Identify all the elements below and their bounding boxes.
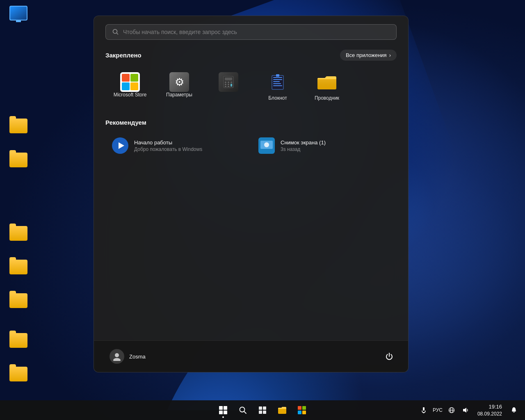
notepad-label: Блокнот xyxy=(268,95,287,101)
volume-tray-icon[interactable] xyxy=(459,404,472,416)
all-apps-button[interactable]: Все приложения › xyxy=(340,50,397,61)
chevron-right-icon: › xyxy=(389,52,391,58)
screenshot-icon xyxy=(258,137,275,154)
pinned-app-notepad[interactable]: Блокнот xyxy=(253,67,302,106)
svg-rect-14 xyxy=(273,79,282,80)
svg-rect-6 xyxy=(231,82,232,83)
svg-rect-3 xyxy=(225,78,232,80)
taskbar-store-icon xyxy=(298,406,306,414)
taskbar-search-button[interactable] xyxy=(234,401,252,419)
monitor-icon xyxy=(9,3,28,23)
taskbar-center xyxy=(214,401,311,419)
settings-label: Параметры xyxy=(166,92,192,98)
user-name-label: Zosma xyxy=(129,354,146,360)
screenshot-name: Снимок экрана (1) xyxy=(281,139,326,146)
widgets-icon xyxy=(258,406,267,415)
taskbar-files-button[interactable] xyxy=(273,401,291,419)
recommended-title: Рекомендуем xyxy=(105,119,146,126)
pinned-app-calculator[interactable] xyxy=(204,67,253,106)
taskbar-store-button[interactable] xyxy=(293,401,311,419)
poisk-icon xyxy=(9,257,28,277)
language-label: РУС xyxy=(433,407,443,413)
svg-rect-31 xyxy=(263,406,266,410)
svg-rect-32 xyxy=(259,411,262,414)
windows-privacy-icon xyxy=(9,364,28,384)
start-menu-content: Чтобы начать поиск, введите запрос здесь… xyxy=(94,16,408,340)
svg-point-36 xyxy=(423,412,424,413)
taskbar-search-icon xyxy=(239,406,247,414)
svg-rect-11 xyxy=(228,86,229,87)
recommended-section: Рекомендуем Начало работы Добро пожалова… xyxy=(105,119,397,332)
windows-logo-icon xyxy=(219,406,227,414)
start-menu-footer: Zosma xyxy=(94,340,408,372)
svg-marker-40 xyxy=(463,408,466,413)
power-button[interactable] xyxy=(382,349,397,364)
system-tray: РУС xyxy=(418,404,472,416)
getting-started-subtitle: Добро пожаловать в Windows xyxy=(134,146,202,152)
clock-area[interactable]: 19:16 08.09.2022 xyxy=(475,402,504,419)
language-tray[interactable]: РУС xyxy=(431,404,444,416)
svg-point-0 xyxy=(113,30,117,34)
getting-started-icon xyxy=(112,137,128,154)
activation-folder-icon xyxy=(9,116,28,136)
svg-rect-16 xyxy=(273,83,281,84)
clock-date: 08.09.2022 xyxy=(477,411,502,418)
svg-line-1 xyxy=(117,33,119,35)
ms-store-icon xyxy=(120,72,140,92)
globe-tray-icon[interactable] xyxy=(445,404,458,416)
clock-time: 19:16 xyxy=(488,403,502,411)
old-calculator-icon xyxy=(9,224,28,243)
svg-rect-17 xyxy=(273,85,282,86)
pinned-section-header: Закреплено Все приложения › xyxy=(105,50,397,61)
start-menu: Чтобы начать поиск, введите запрос здесь… xyxy=(94,16,409,372)
svg-rect-35 xyxy=(423,407,425,411)
svg-rect-4 xyxy=(225,82,226,83)
svg-rect-7 xyxy=(225,84,226,85)
usb-tray-icon[interactable] xyxy=(418,404,430,416)
pinned-title: Закреплено xyxy=(105,52,142,59)
screenshot-info: Снимок экрана (1) 3s назад xyxy=(281,139,326,152)
svg-rect-18 xyxy=(276,74,279,77)
user-avatar xyxy=(110,349,124,364)
svg-rect-33 xyxy=(263,411,266,414)
recommended-header: Рекомендуем xyxy=(105,119,397,126)
start-search-bar[interactable]: Чтобы начать поиск, введите запрос здесь xyxy=(105,24,397,40)
m-visual-icon xyxy=(9,150,28,170)
startback-icon xyxy=(9,291,28,310)
web-icon xyxy=(9,331,28,350)
taskbar-files-icon xyxy=(278,406,287,415)
recommended-grid: Начало работы Добро пожаловать в Windows… xyxy=(105,132,397,159)
pinned-app-settings[interactable]: ⚙ Параметры xyxy=(155,67,204,106)
taskbar-right: РУС 19:16 08.09.2022 xyxy=(418,402,520,419)
svg-rect-8 xyxy=(228,84,229,85)
getting-started-name: Начало работы xyxy=(134,139,202,146)
taskbar-widgets-button[interactable] xyxy=(253,401,272,419)
svg-rect-20 xyxy=(317,78,336,89)
notification-tray-icon[interactable] xyxy=(508,404,520,416)
pinned-app-explorer[interactable]: Проводник xyxy=(302,67,352,106)
explorer-label: Проводник xyxy=(315,95,339,101)
svg-point-25 xyxy=(264,142,269,147)
getting-started-info: Начало работы Добро пожаловать в Windows xyxy=(134,139,202,152)
taskbar-start-button[interactable] xyxy=(214,401,232,419)
svg-point-26 xyxy=(115,353,119,357)
ms-store-label: Microsoft Store xyxy=(114,92,147,98)
search-icon xyxy=(112,29,119,35)
notepad-icon xyxy=(268,72,288,92)
pinned-app-ms-store[interactable]: Microsoft Store xyxy=(105,67,155,106)
svg-rect-10 xyxy=(225,86,226,87)
user-profile-button[interactable]: Zosma xyxy=(105,347,150,366)
svg-rect-9 xyxy=(231,84,232,87)
svg-rect-30 xyxy=(259,406,262,410)
explorer-icon xyxy=(317,72,337,92)
pinned-apps-grid: Microsoft Store ⚙ Параметры xyxy=(105,67,397,106)
svg-point-27 xyxy=(113,358,121,361)
taskbar: РУС 19:16 08.09.2022 xyxy=(0,400,525,420)
settings-icon: ⚙ xyxy=(169,72,189,92)
recommended-screenshot[interactable]: Снимок экрана (1) 3s назад xyxy=(252,132,397,159)
calculator-icon xyxy=(219,72,238,92)
all-apps-label: Все приложения xyxy=(346,52,387,58)
recommended-getting-started[interactable]: Начало работы Добро пожаловать в Windows xyxy=(105,132,250,159)
svg-rect-13 xyxy=(273,77,282,78)
search-placeholder-text: Чтобы начать поиск, введите запрос здесь xyxy=(123,29,390,35)
